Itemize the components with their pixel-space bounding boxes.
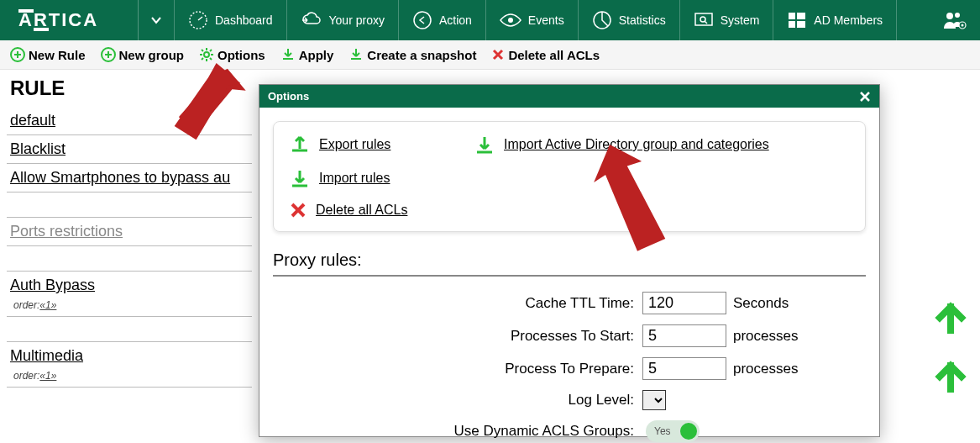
import-rules-link[interactable]: Import rules bbox=[289, 167, 474, 189]
multimedia-link[interactable]: Multimedia bbox=[7, 342, 252, 370]
rule-link[interactable]: Blacklist bbox=[7, 135, 252, 163]
order-note: order:«1» bbox=[7, 370, 252, 387]
auth-bypass-link[interactable]: Auth Bypass bbox=[7, 272, 252, 299]
delete-all-button[interactable]: Delete all ACLs bbox=[491, 48, 600, 62]
nav-dashboard[interactable]: Dashboard bbox=[175, 0, 287, 40]
import-rules-label: Import rules bbox=[319, 171, 390, 186]
dyn-acls-row: Use Dynamic ACLS Groups: Yes bbox=[273, 420, 866, 442]
log-level-row: Log Level: bbox=[273, 390, 866, 410]
proxy-rules-heading: Proxy rules: bbox=[273, 251, 866, 277]
cloud-arrow-icon bbox=[301, 12, 322, 29]
delete-acls-link[interactable]: Delete all ACLs bbox=[289, 201, 474, 219]
windows-icon bbox=[787, 10, 807, 30]
options-modal: Options Export rules Import Active Direc… bbox=[259, 84, 880, 437]
dyn-acls-label: Use Dynamic ACLS Groups: bbox=[273, 423, 642, 440]
gauge-icon bbox=[188, 10, 208, 30]
modal-body: Export rules Import Active Directory gro… bbox=[259, 108, 879, 443]
upload-icon bbox=[289, 134, 311, 156]
new-rule-button[interactable]: New Rule bbox=[10, 47, 86, 62]
nav-system[interactable]: System bbox=[680, 0, 774, 40]
apply-button[interactable]: Apply bbox=[280, 47, 334, 62]
x-icon bbox=[289, 201, 307, 219]
cache-ttl-row: Cache TTL Time: Seconds bbox=[273, 292, 866, 314]
apply-label: Apply bbox=[299, 48, 334, 62]
arrow-up-icon[interactable] bbox=[933, 357, 968, 393]
svg-point-18 bbox=[962, 24, 964, 27]
snapshot-button[interactable]: Create a snapshot bbox=[349, 47, 476, 62]
nav-ad-members[interactable]: AD Members bbox=[773, 0, 897, 40]
close-icon[interactable] bbox=[859, 91, 871, 103]
options-box: Export rules Import Active Directory gro… bbox=[273, 121, 866, 232]
nav-proxy-label: Your proxy bbox=[329, 13, 385, 27]
proc-prepare-row: Process To Prepare: processes bbox=[273, 357, 866, 380]
download-icon bbox=[474, 134, 495, 156]
svg-rect-8 bbox=[695, 13, 712, 25]
ports-link[interactable]: Ports restrictions bbox=[7, 218, 252, 245]
delete-all-label: Delete all ACLs bbox=[508, 48, 600, 62]
proc-prepare-unit: processes bbox=[733, 361, 798, 377]
rule-link[interactable]: Allow Smartphones to bypass au bbox=[7, 164, 252, 192]
svg-point-5 bbox=[414, 12, 431, 29]
nav-action-label: Action bbox=[439, 13, 472, 27]
modal-header[interactable]: Options bbox=[259, 85, 879, 108]
svg-line-4 bbox=[198, 17, 202, 20]
svg-point-15 bbox=[946, 13, 953, 19]
toggle-label: Yes bbox=[654, 425, 671, 437]
export-rules-label: Export rules bbox=[319, 137, 390, 152]
proc-prepare-label: Process To Prepare: bbox=[273, 361, 642, 377]
svg-rect-11 bbox=[789, 13, 795, 19]
nav-proxy[interactable]: Your proxy bbox=[287, 0, 399, 40]
svg-point-21 bbox=[204, 52, 209, 57]
svg-point-6 bbox=[508, 18, 513, 23]
proc-start-input[interactable] bbox=[642, 324, 726, 347]
plus-circle-icon bbox=[10, 47, 25, 62]
svg-line-10 bbox=[705, 21, 707, 24]
snapshot-label: Create a snapshot bbox=[367, 48, 476, 62]
artica-logo-icon: ARTICA bbox=[18, 9, 119, 31]
back-arrow-icon bbox=[412, 10, 432, 30]
x-icon bbox=[491, 48, 505, 61]
download-icon bbox=[289, 167, 311, 189]
acl-toolbar: New Rule New group Options Apply Create … bbox=[0, 40, 980, 70]
import-ad-link[interactable]: Import Active Directory group and catego… bbox=[474, 134, 850, 156]
order-note: order:«1» bbox=[7, 299, 252, 316]
nav-statistics[interactable]: Statistics bbox=[579, 0, 680, 40]
monitor-search-icon bbox=[694, 10, 714, 30]
nav-statistics-label: Statistics bbox=[619, 13, 666, 27]
svg-rect-2 bbox=[34, 28, 49, 31]
log-level-select[interactable] bbox=[642, 390, 666, 410]
plus-circle-icon bbox=[101, 47, 116, 62]
nav-users-settings[interactable] bbox=[930, 0, 980, 40]
nav-chevron[interactable] bbox=[139, 0, 175, 40]
proc-start-label: Processes To Start: bbox=[273, 328, 642, 345]
eye-icon bbox=[500, 13, 521, 28]
nav-action[interactable]: Action bbox=[399, 0, 486, 40]
new-group-button[interactable]: New group bbox=[101, 47, 185, 62]
svg-rect-14 bbox=[797, 21, 805, 28]
export-rules-link[interactable]: Export rules bbox=[289, 134, 474, 156]
options-button[interactable]: Options bbox=[199, 47, 265, 62]
nav-dashboard-label: Dashboard bbox=[215, 13, 273, 27]
reorder-arrows bbox=[933, 298, 968, 393]
download-icon bbox=[280, 47, 296, 62]
delete-acls-label: Delete all ACLs bbox=[316, 203, 407, 218]
svg-rect-13 bbox=[789, 21, 795, 28]
new-rule-label: New Rule bbox=[29, 48, 86, 62]
arrow-up-icon[interactable] bbox=[933, 298, 968, 334]
proc-prepare-input[interactable] bbox=[642, 357, 726, 380]
rule-link[interactable]: default bbox=[7, 107, 252, 134]
dyn-acls-toggle[interactable]: Yes bbox=[646, 420, 700, 442]
options-label: Options bbox=[217, 48, 265, 62]
cache-ttl-label: Cache TTL Time: bbox=[273, 295, 642, 312]
log-level-label: Log Level: bbox=[273, 392, 642, 409]
app-logo: ARTICA bbox=[0, 0, 139, 40]
new-group-label: New group bbox=[119, 48, 185, 62]
cache-ttl-input[interactable] bbox=[642, 292, 726, 314]
nav-events-label: Events bbox=[528, 13, 564, 27]
pie-chart-icon bbox=[592, 10, 612, 30]
import-ad-label: Import Active Directory group and catego… bbox=[504, 137, 769, 152]
modal-title: Options bbox=[268, 90, 309, 103]
nav-events[interactable]: Events bbox=[486, 0, 579, 40]
nav-ad-members-label: AD Members bbox=[814, 13, 883, 27]
proc-start-unit: processes bbox=[733, 328, 798, 345]
